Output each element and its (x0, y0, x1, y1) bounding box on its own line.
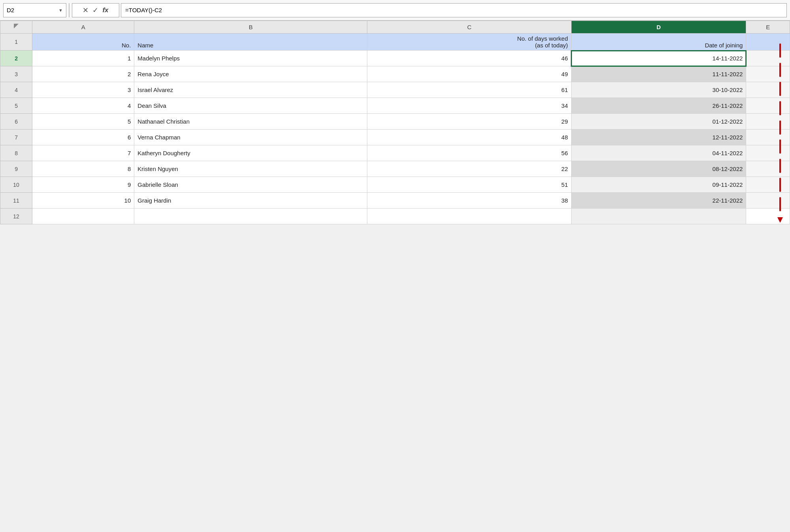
cell-c10[interactable]: 51 (367, 177, 571, 193)
name-box[interactable]: D2 ▼ (3, 3, 66, 17)
col-header-a[interactable]: A (32, 21, 134, 34)
cell-c1-line2: (as of today) (535, 42, 568, 49)
table-row: 76Verna Chapman4812-11-2022 (0, 130, 790, 145)
cell-empty-col-a[interactable] (32, 209, 134, 224)
cell-c1[interactable]: No. of days worked (as of today) (367, 34, 571, 51)
formula-bar-separator (69, 3, 70, 17)
cell-a8[interactable]: 7 (32, 145, 134, 161)
cell-e1[interactable] (746, 34, 790, 51)
cell-d10[interactable]: 09-11-2022 (571, 177, 746, 193)
cell-c9[interactable]: 22 (367, 161, 571, 177)
corner-triangle-icon (14, 24, 19, 28)
row-num-4: 4 (0, 82, 32, 98)
fx-icon[interactable]: fx (102, 6, 108, 14)
cell-d2[interactable]: 14-11-2022 (571, 51, 746, 66)
row-num-8: 8 (0, 145, 32, 161)
cell-e11[interactable] (746, 193, 790, 209)
cell-d1[interactable]: Date of joining (571, 34, 746, 51)
cell-a1[interactable]: No. (32, 34, 134, 51)
table-row: 54Dean Silva3426-11-2022 (0, 98, 790, 114)
cell-b4[interactable]: Israel Alvarez (134, 82, 367, 98)
col-header-b[interactable]: B (134, 21, 367, 34)
cell-e4[interactable] (746, 82, 790, 98)
cell-e10[interactable] (746, 177, 790, 193)
confirm-icon[interactable]: ✓ (92, 6, 98, 15)
row-num-6: 6 (0, 114, 32, 130)
cell-d6[interactable]: 01-12-2022 (571, 114, 746, 130)
cell-d9[interactable]: 08-12-2022 (571, 161, 746, 177)
cell-e6[interactable] (746, 114, 790, 130)
row-num-5: 5 (0, 98, 32, 114)
cell-d11[interactable]: 22-11-2022 (571, 193, 746, 209)
cell-c8[interactable]: 56 (367, 145, 571, 161)
corner-cell (0, 21, 32, 34)
cell-a7[interactable]: 6 (32, 130, 134, 145)
cell-d5[interactable]: 26-11-2022 (571, 98, 746, 114)
cell-c6[interactable]: 29 (367, 114, 571, 130)
cell-a6[interactable]: 5 (32, 114, 134, 130)
cell-b8[interactable]: Katheryn Dougherty (134, 145, 367, 161)
formula-input[interactable]: =TODAY()-C2 (121, 3, 787, 17)
table-row: 21Madelyn Phelps4614-11-2022 (0, 51, 790, 66)
cell-c11[interactable]: 38 (367, 193, 571, 209)
cell-b1[interactable]: Name (134, 34, 367, 51)
cell-c1-line1: No. of days worked (517, 35, 568, 42)
table-row: 43Israel Alvarez6130-10-2022 (0, 82, 790, 98)
row-num-10: 10 (0, 177, 32, 193)
col-header-c[interactable]: C (367, 21, 571, 34)
cell-e2[interactable] (746, 51, 790, 66)
cell-empty-col-b[interactable] (134, 209, 367, 224)
table-row: 1110Graig Hardin3822-11-2022 (0, 193, 790, 209)
row-num-3: 3 (0, 66, 32, 82)
row-num-7: 7 (0, 130, 32, 145)
cell-d3[interactable]: 11-11-2022 (571, 66, 746, 82)
spreadsheet: A B C D E 1 No. Name No. of days worked … (0, 21, 790, 224)
row-num-1: 1 (0, 34, 32, 51)
cell-b3[interactable]: Rena Joyce (134, 66, 367, 82)
cell-empty-col-e[interactable] (746, 209, 790, 224)
cell-a10[interactable]: 9 (32, 177, 134, 193)
col-header-e[interactable]: E (746, 21, 790, 34)
cell-b10[interactable]: Gabrielle Sloan (134, 177, 367, 193)
cell-e9[interactable] (746, 161, 790, 177)
cell-b9[interactable]: Kristen Nguyen (134, 161, 367, 177)
cell-empty-col-d[interactable] (571, 209, 746, 224)
cell-d4[interactable]: 30-10-2022 (571, 82, 746, 98)
table-row: 98Kristen Nguyen2208-12-2022 (0, 161, 790, 177)
cell-e7[interactable] (746, 130, 790, 145)
col-header-d[interactable]: D (571, 21, 746, 34)
cell-a2[interactable]: 1 (32, 51, 134, 66)
cancel-icon[interactable]: ✕ (83, 6, 88, 15)
spreadsheet-grid: A B C D E 1 No. Name No. of days worked … (0, 21, 790, 224)
cell-b6[interactable]: Nathanael Christian (134, 114, 367, 130)
cell-b7[interactable]: Verna Chapman (134, 130, 367, 145)
cell-d8[interactable]: 04-11-2022 (571, 145, 746, 161)
cell-c3[interactable]: 49 (367, 66, 571, 82)
cell-a11[interactable]: 10 (32, 193, 134, 209)
cell-b11[interactable]: Graig Hardin (134, 193, 367, 209)
cell-c7[interactable]: 48 (367, 130, 571, 145)
cell-b2[interactable]: Madelyn Phelps (134, 51, 367, 66)
row-num-12: 12 (0, 209, 32, 224)
formula-bar-controls: ✕ ✓ fx (72, 3, 119, 17)
cell-b5[interactable]: Dean Silva (134, 98, 367, 114)
cell-c5[interactable]: 34 (367, 98, 571, 114)
cell-c4[interactable]: 61 (367, 82, 571, 98)
cell-a5[interactable]: 4 (32, 98, 134, 114)
cell-a4[interactable]: 3 (32, 82, 134, 98)
column-header-row: A B C D E (0, 21, 790, 34)
header-data-row: 1 No. Name No. of days worked (as of tod… (0, 34, 790, 51)
cell-d7[interactable]: 12-11-2022 (571, 130, 746, 145)
formula-bar: D2 ▼ ✕ ✓ fx =TODAY()-C2 (0, 0, 790, 21)
cell-e8[interactable] (746, 145, 790, 161)
cell-empty-col-c[interactable] (367, 209, 571, 224)
cell-a9[interactable]: 8 (32, 161, 134, 177)
cell-c2[interactable]: 46 (367, 51, 571, 66)
row-num-2: 2 (0, 51, 32, 66)
cell-a3[interactable]: 2 (32, 66, 134, 82)
cell-e3[interactable] (746, 66, 790, 82)
name-box-value: D2 (7, 7, 14, 13)
cell-e5[interactable] (746, 98, 790, 114)
name-box-dropdown-icon[interactable]: ▼ (58, 8, 63, 13)
row-num-9: 9 (0, 161, 32, 177)
